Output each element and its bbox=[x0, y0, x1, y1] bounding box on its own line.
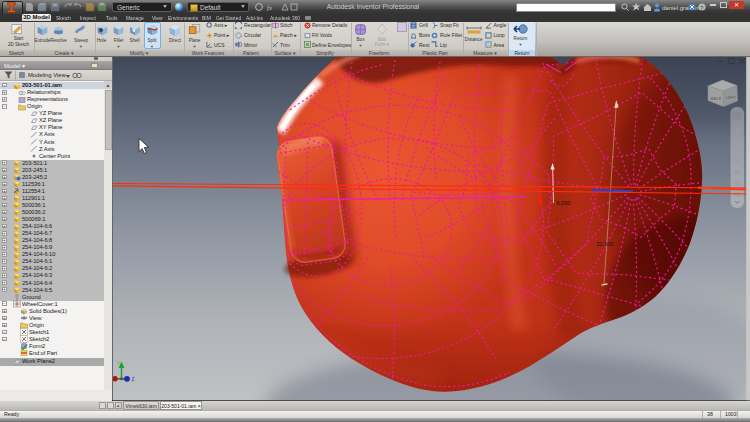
svg-text:Z: Z bbox=[132, 377, 135, 382]
svg-text:22.000: 22.000 bbox=[597, 241, 614, 247]
svg-text:LEFT: LEFT bbox=[726, 95, 736, 100]
svg-text:Y: Y bbox=[117, 361, 120, 366]
svg-text:fx: fx bbox=[267, 4, 273, 12]
svg-text:6.000: 6.000 bbox=[557, 200, 571, 206]
svg-text:BACK: BACK bbox=[711, 96, 722, 101]
svg-text:?: ? bbox=[700, 5, 703, 11]
